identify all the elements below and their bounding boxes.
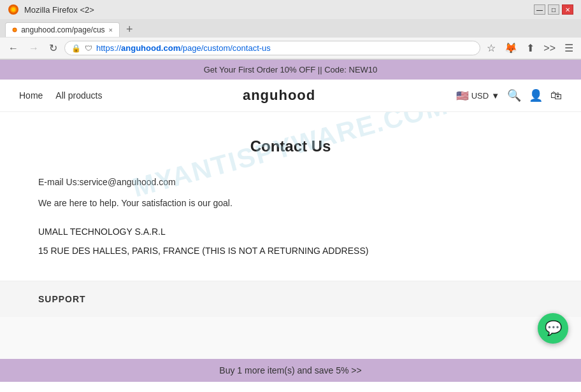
- help-text: We are here to help. Your satisfaction i…: [38, 195, 543, 211]
- url-display: https://anguhood.com/page/custom/contact…: [96, 43, 473, 53]
- window-controls: — □ ✕: [534, 4, 573, 15]
- navigation-bar: ← → ↻ 🔒 🛡 https://anguhood.com/page/cust…: [0, 38, 581, 59]
- tab-close-button[interactable]: ×: [109, 26, 113, 34]
- url-domain: anguhood.com: [121, 43, 180, 53]
- tab-bar: anguhood.com/page/cus × +: [0, 19, 581, 38]
- promo-banner: Get Your First Order 10% OFF || Code: NE…: [0, 60, 581, 80]
- chat-icon: 💬: [545, 320, 562, 337]
- account-icon[interactable]: 👤: [529, 88, 543, 102]
- title-bar: Mozilla Firefox <2> — □ ✕: [0, 0, 581, 19]
- site-main: MYANTISPYWARE.COM Contact Us E-mail Us:s…: [0, 112, 581, 382]
- site-nav: Home All products: [19, 90, 103, 101]
- support-title: SUPPORT: [38, 294, 543, 304]
- site-logo: anguhood: [243, 87, 315, 104]
- currency-chevron-icon: ▼: [491, 91, 499, 101]
- browser-chrome: Mozilla Firefox <2> — □ ✕ anguhood.com/p…: [0, 0, 581, 60]
- bottom-promo-banner[interactable]: Buy 1 more item(s) and save 5% >>: [0, 359, 581, 382]
- nav-products-link[interactable]: All products: [55, 90, 102, 101]
- share-button[interactable]: ⬆: [524, 41, 537, 55]
- contact-title: Contact Us: [38, 137, 543, 155]
- email-label: E-mail Us:: [38, 177, 80, 187]
- site-header: Home All products anguhood 🇺🇸 USD ▼ 🔍 👤 …: [0, 80, 581, 112]
- contact-info: E-mail Us:service@anguhood.com We are he…: [38, 174, 543, 259]
- email-line: E-mail Us:service@anguhood.com: [38, 174, 543, 190]
- back-button[interactable]: ←: [5, 41, 22, 55]
- search-icon[interactable]: 🔍: [507, 88, 521, 102]
- forward-button[interactable]: →: [25, 41, 42, 55]
- support-section: SUPPORT: [0, 281, 581, 317]
- promo-text: Get Your First Order 10% OFF || Code: NE…: [204, 65, 378, 74]
- lock-icon: 🔒: [71, 44, 81, 53]
- new-tab-button[interactable]: +: [122, 22, 137, 38]
- window-title: Mozilla Firefox <2>: [24, 5, 94, 15]
- chat-bubble-button[interactable]: 💬: [538, 313, 568, 344]
- close-button[interactable]: ✕: [562, 4, 573, 15]
- contact-section: Contact Us E-mail Us:service@anguhood.co…: [0, 112, 581, 281]
- email-value: service@anguhood.com: [80, 177, 176, 187]
- refresh-button[interactable]: ↻: [46, 41, 61, 55]
- maximize-button[interactable]: □: [548, 4, 559, 15]
- address-block: UMALL TECHNOLOGY S.A.R.L 15 RUE DES HALL…: [38, 224, 543, 258]
- menu-button[interactable]: ☰: [562, 41, 576, 55]
- pocket-button[interactable]: 🦊: [502, 41, 520, 55]
- currency-label: USD: [471, 91, 489, 101]
- site-wrapper: Get Your First Order 10% OFF || Code: NE…: [0, 60, 581, 382]
- nav-home-link[interactable]: Home: [19, 90, 43, 101]
- svg-point-4: [13, 29, 17, 32]
- title-bar-left: Mozilla Firefox <2>: [8, 4, 94, 15]
- shield-icon: 🛡: [85, 44, 92, 53]
- minimize-button[interactable]: —: [534, 4, 545, 15]
- company-address: 15 RUE DES HALLES, PARIS, FRANCE (THIS I…: [38, 243, 543, 259]
- header-right: 🇺🇸 USD ▼ 🔍 👤 🛍: [456, 88, 562, 102]
- cart-icon[interactable]: 🛍: [550, 89, 562, 102]
- flag-icon: 🇺🇸: [456, 90, 469, 102]
- currency-selector[interactable]: 🇺🇸 USD ▼: [456, 90, 499, 102]
- browser-tab[interactable]: anguhood.com/page/cus ×: [5, 22, 120, 37]
- svg-point-2: [11, 8, 15, 11]
- bookmark-button[interactable]: ☆: [484, 41, 498, 55]
- nav-actions: ☆ 🦊 ⬆ >> ☰: [484, 41, 576, 55]
- company-name: UMALL TECHNOLOGY S.A.R.L: [38, 224, 543, 240]
- tab-favicon: [12, 25, 17, 34]
- extensions-button[interactable]: >>: [541, 41, 558, 55]
- tab-label: anguhood.com/page/cus: [21, 25, 104, 34]
- bottom-promo-text: Buy 1 more item(s) and save 5% >>: [219, 365, 361, 375]
- firefox-icon: [8, 4, 19, 15]
- address-bar[interactable]: 🔒 🛡 https://anguhood.com/page/custom/con…: [64, 41, 480, 55]
